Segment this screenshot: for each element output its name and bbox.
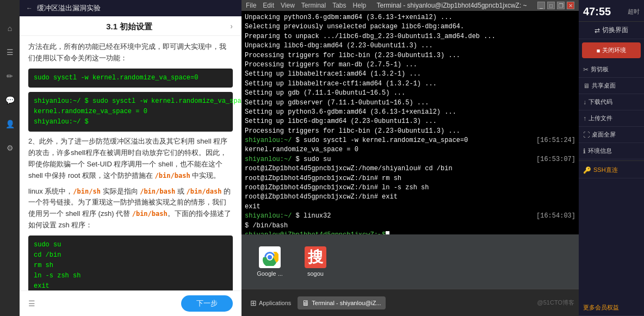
terminal-taskbar-icon: 🖥	[302, 299, 309, 307]
app-title: 缓冲区溢出漏洞实验	[37, 3, 101, 13]
apps-icon: ⊞	[250, 299, 257, 307]
terminal-line: Setting up libbabeltrace-ctf1:amd64 (1.3…	[245, 79, 575, 89]
terminal-line: Processing triggers for libc-bin (2.23-0…	[245, 51, 575, 60]
upload-file-button[interactable]: ↑ 上传文件	[579, 110, 644, 127]
ssh-connect-button[interactable]: 🔑 SSH直连	[579, 162, 644, 178]
close-env-icon: ■	[597, 47, 600, 54]
menu-help[interactable]: Help	[353, 2, 367, 9]
info-icon: ℹ	[583, 147, 586, 155]
terminal-line: Setting up gdb (7.11.1-0ubuntu1~16.5) ..…	[245, 89, 575, 98]
terminal-line: kernel.randomize_va_space = 0	[245, 145, 575, 154]
terminal-menu: File Edit View Terminal Tabs Help	[246, 2, 366, 9]
sogou-icon-img: 搜	[305, 246, 326, 268]
next-button[interactable]: 下一步	[181, 295, 233, 312]
fullscreen-icon: ⛶	[583, 131, 590, 139]
terminal-line: root@iZbp1bhot4d5gpncb1jxcwZ:/bin# ln -s…	[245, 183, 575, 193]
clock-time: 47:55	[583, 5, 611, 18]
menu-file[interactable]: File	[246, 2, 256, 9]
desktop-area: File Edit View Terminal Tabs Help Termin…	[242, 0, 579, 316]
intro-text: 方法在此，所有的功能已经在环境中完成，即可调大实现中，我们使用以下命令关闭这一功…	[28, 41, 233, 64]
download-code-button[interactable]: ↓ 下载代码	[579, 94, 644, 110]
sidebar-icon-chat[interactable]: 💬	[3, 94, 16, 107]
terminal-line: root@iZbp1bhot4d5gpncb1jxcwZ:/bin# exit	[245, 193, 575, 202]
applications-label: Applications	[259, 300, 291, 306]
menu-tabs[interactable]: Tabs	[332, 2, 346, 9]
terminal-line: shiyanlou:~/ $ linux32[16:54:03]	[245, 212, 575, 221]
clock-area: 47:55 超时	[579, 0, 644, 22]
tutorial-content: 方法在此，所有的功能已经在环境中完成，即可调大实现中，我们使用以下命令关闭这一功…	[20, 36, 242, 290]
terminal-line: root@iZbp1bhot4d5gpncb1jxcwZ:/home/shiya…	[245, 164, 575, 174]
sidebar-icon-settings[interactable]: ⚙	[3, 141, 16, 154]
terminal-block-1: shiyanlou:~/ $ sudo sysctl -w kernel.ran…	[28, 92, 233, 132]
desktop-icons-area: Google ... 搜 sogou	[242, 234, 579, 289]
back-button[interactable]: ←	[26, 4, 33, 12]
code-block-1: sudo sysctl -w kernel.randomize_va_space…	[28, 69, 233, 88]
para-3: linux 系统中，/bin/sh 实际是指向 /bin/bash 或 /bin…	[28, 186, 233, 231]
terminal-line: Selecting previously unselected package …	[245, 22, 575, 32]
sogou-icon[interactable]: 搜 sogou	[298, 246, 333, 277]
panel-spacer	[579, 178, 644, 300]
tutorial-panel: ← 缓冲区溢出漏洞实验 3.1 初始设置 › 方法在此，所有的功能已经在环境中完…	[20, 0, 242, 316]
terminal-line: shiyanlou:~/ $ sudo su[16:53:07]	[245, 155, 575, 164]
terminal-line: root@iZbp1bhot4d5gpncb1jxcwZ:/bin# rm sh	[245, 174, 575, 183]
minimize-button[interactable]: _	[537, 2, 545, 9]
taskbar: ⊞ Applications 🖥 Terminal - shiyanlou@iZ…	[242, 289, 579, 316]
share-icon: 🖥	[583, 82, 590, 90]
menu-view[interactable]: View	[281, 2, 295, 9]
para-2: 2、此外，为了进一步防范缓冲区溢出攻击及其它利用 shell 程序的攻击，许多s…	[28, 136, 233, 181]
divider	[579, 160, 644, 161]
left-sidebar: ⌂ ☰ ✏ 💬 👤 ⚙	[0, 0, 20, 316]
terminal-line: Setting up gdbserver (7.11.1-0ubuntu1~16…	[245, 98, 575, 108]
tutorial-topbar: ← 缓冲区溢出漏洞实验	[20, 0, 242, 16]
ssh-icon: 🔑	[583, 166, 591, 174]
maximize-button[interactable]: □	[547, 2, 555, 9]
terminal-line: Processing triggers for libc-bin (2.23-0…	[245, 127, 575, 136]
chrome-label: Google ...	[257, 270, 283, 277]
env-info-button[interactable]: ℹ 环境信息	[579, 143, 644, 159]
terminal-line: Processing triggers for man-db (2.7.5-1)…	[245, 60, 575, 70]
switch-icon: ⇄	[595, 27, 600, 34]
fullscreen-button[interactable]: ⛶ 桌面全屏	[579, 127, 644, 143]
terminal-line: Setting up libc6-dbg:amd64 (2.23-0ubuntu…	[245, 117, 575, 126]
chrome-icon-img	[259, 246, 281, 268]
taskbar-applications[interactable]: ⊞ Applications	[246, 296, 295, 309]
chapter-nav-arrow[interactable]: ›	[230, 22, 233, 30]
clipboard-icon: ✂	[583, 66, 589, 73]
terminal-line: Preparing to unpack .../libc6-dbg_2.23-0…	[245, 32, 575, 41]
chapter-number: 3.1	[106, 22, 117, 31]
terminal-line: Setting up python3.6-gdbm:amd64 (3.6.13-…	[245, 108, 575, 117]
code-block-2: sudo su cd /bin rm sh ln -s zsh sh exit	[28, 236, 233, 290]
restore-button[interactable]: ❐	[557, 2, 565, 9]
menu-edit[interactable]: Edit	[263, 2, 274, 9]
terminal-taskbar-label: Terminal - shiyanlou@iZ...	[312, 300, 381, 306]
upload-icon: ↑	[583, 115, 586, 122]
terminal-line: Setting up libbabeltrace1:amd64 (1.3.2-1…	[245, 70, 575, 79]
share-desktop-button[interactable]: 🖥 共享桌面	[579, 78, 644, 94]
taskbar-terminal[interactable]: 🖥 Terminal - shiyanlou@iZ...	[298, 296, 385, 309]
google-chrome-icon[interactable]: Google ...	[252, 246, 287, 277]
right-panel: 47:55 超时 ⇄ 切换界面 ■ 关闭环境 ✂ 剪切板 🖥 共享桌面 ↓ 下载…	[579, 0, 644, 316]
terminal-line: exit	[245, 202, 575, 212]
sidebar-icon-home[interactable]: ⌂	[3, 22, 16, 35]
clipboard-button[interactable]: ✂ 剪切板	[579, 61, 644, 78]
outline-icon[interactable]: ☰	[28, 299, 35, 308]
more-benefits-button[interactable]: 更多会员权益	[579, 300, 644, 316]
switch-interface-button[interactable]: ⇄ 切换界面	[579, 22, 644, 39]
svg-point-2	[268, 255, 272, 259]
sogou-label: sogou	[307, 270, 324, 277]
terminal-line: Unpacking libc6-dbg:amd64 (2.23-0ubuntu1…	[245, 41, 575, 51]
close-env-button[interactable]: ■ 关闭环境	[582, 42, 641, 58]
menu-terminal[interactable]: Terminal	[301, 2, 326, 9]
terminal-controls: _ □ ❐ ✕	[537, 2, 574, 9]
close-button[interactable]: ✕	[567, 2, 574, 9]
sidebar-icon-edit[interactable]: ✏	[3, 70, 16, 83]
chapter-header: 3.1 初始设置 ›	[20, 16, 242, 36]
content-bottombar: ☰ 下一步	[20, 290, 242, 316]
sidebar-icon-list[interactable]: ☰	[3, 46, 16, 59]
clock-label: 超时	[628, 8, 640, 16]
watermark: @51CTO博客	[537, 299, 574, 307]
chapter-title: 初始设置	[120, 22, 152, 31]
sidebar-icon-user[interactable]: 👤	[3, 117, 16, 131]
terminal-titlebar: File Edit View Terminal Tabs Help Termin…	[242, 0, 579, 11]
download-icon: ↓	[583, 98, 586, 106]
